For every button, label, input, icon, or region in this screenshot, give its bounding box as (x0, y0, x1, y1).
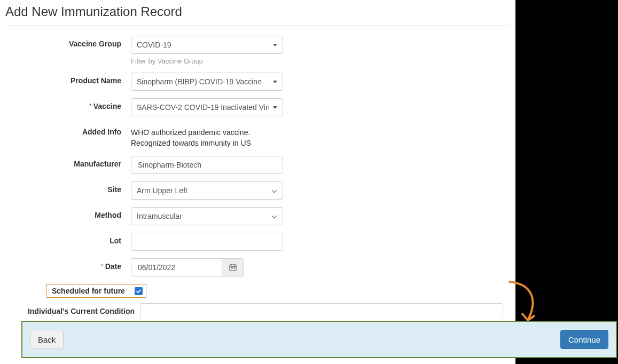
method-select[interactable]: Intramuscular (131, 207, 283, 225)
footer-action-bar: Back Continue (21, 321, 617, 358)
lot-input[interactable] (131, 233, 283, 251)
row-scheduled: Scheduled for future (5, 284, 510, 298)
continue-button[interactable]: Continue (560, 330, 608, 349)
scheduled-highlight: Scheduled for future (46, 284, 146, 298)
right-black-margin (515, 0, 618, 364)
svg-rect-5 (232, 267, 233, 268)
label-condition: Individual's Current Condition (5, 303, 140, 315)
site-value: Arm Upper Left (137, 186, 187, 195)
date-input[interactable] (131, 258, 222, 276)
caret-down-icon (273, 106, 277, 109)
row-product-name: Product Name Sinopharm (BIBP) COVID-19 V… (5, 73, 510, 91)
chevron-down-icon (272, 213, 277, 219)
method-value: Intramuscular (137, 212, 182, 220)
vaccine-select[interactable]: SARS-COV-2 COVID-19 Inactivated Virus (131, 98, 283, 116)
lot-input-field[interactable] (137, 237, 277, 247)
row-condition: Individual's Current Condition (5, 303, 510, 319)
date-input-field[interactable] (137, 263, 216, 272)
page-title: Add New Immunization Record (5, 4, 510, 19)
label-vaccine: *Vaccine (5, 98, 131, 110)
vaccine-value: SARS-COV-2 COVID-19 Inactivated Virus (137, 103, 269, 112)
form-panel: Vaccine Group COVID-19 Filter by Vaccine… (5, 26, 510, 319)
row-manufacturer: Manufacturer (5, 156, 510, 174)
chevron-down-icon (272, 188, 277, 193)
label-added-info: Added Info (5, 124, 131, 136)
manufacturer-input[interactable] (131, 156, 283, 174)
back-button[interactable]: Back (30, 330, 64, 349)
label-vaccine-group: Vaccine Group (5, 36, 131, 48)
scheduled-checkbox[interactable] (135, 287, 143, 295)
date-picker-button[interactable] (222, 258, 244, 276)
caret-down-icon (273, 44, 277, 46)
svg-rect-4 (231, 267, 232, 268)
manufacturer-input-field[interactable] (137, 160, 277, 170)
vaccine-group-select[interactable]: COVID-19 (131, 36, 283, 54)
label-lot: Lot (5, 233, 131, 245)
label-product-name: Product Name (5, 73, 131, 85)
row-added-info: Added Info WHO authorized pandemic vacci… (5, 124, 510, 148)
condition-input[interactable] (140, 303, 503, 319)
caret-down-icon (273, 81, 277, 83)
added-info-text: WHO authorized pandemic vaccine. Recogni… (131, 124, 280, 148)
label-date: *Date (5, 258, 131, 271)
calendar-icon (229, 264, 237, 271)
svg-rect-6 (234, 267, 235, 268)
row-vaccine-group: Vaccine Group COVID-19 Filter by Vaccine… (5, 36, 510, 65)
row-method: Method Intramuscular (5, 207, 510, 225)
row-date: *Date (5, 258, 510, 276)
row-vaccine: *Vaccine SARS-COV-2 COVID-19 Inactivated… (5, 98, 510, 116)
check-icon (136, 288, 142, 294)
label-manufacturer: Manufacturer (5, 156, 131, 168)
label-method: Method (5, 207, 131, 219)
label-scheduled: Scheduled for future (52, 287, 125, 295)
product-name-select[interactable]: Sinopharm (BIBP) COVID-19 Vaccine (131, 73, 283, 91)
row-site: Site Arm Upper Left (5, 181, 510, 200)
vaccine-group-help: Filter by Vaccine Group (131, 57, 283, 65)
form-page: Add New Immunization Record Vaccine Grou… (0, 4, 515, 319)
row-lot: Lot (5, 233, 510, 251)
label-site: Site (5, 181, 131, 194)
vaccine-group-value: COVID-19 (137, 41, 171, 49)
date-input-group (131, 258, 244, 276)
product-name-value: Sinopharm (BIBP) COVID-19 Vaccine (137, 77, 262, 86)
site-select[interactable]: Arm Upper Left (131, 181, 283, 200)
